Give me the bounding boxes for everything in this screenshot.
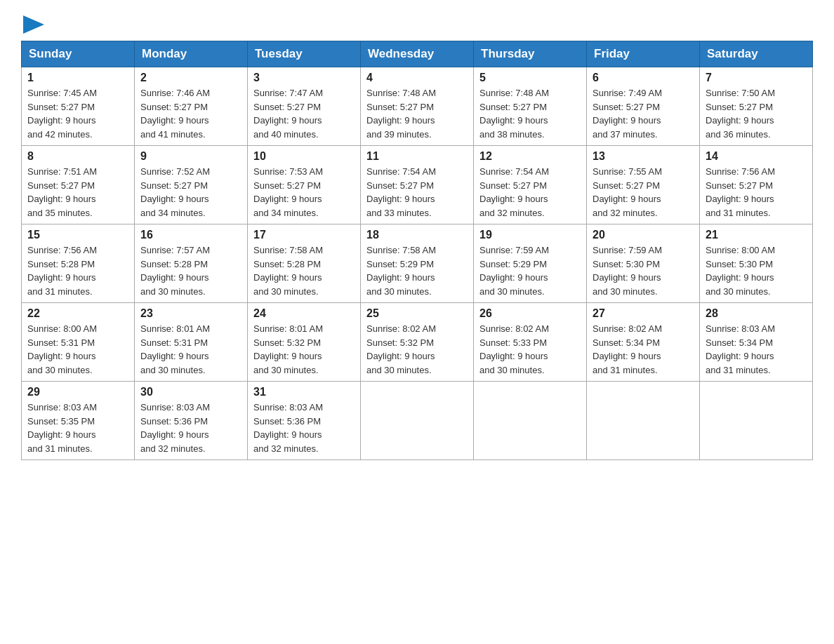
day-info: Sunrise: 8:03 AM Sunset: 5:35 PM Dayligh…	[27, 401, 128, 455]
day-number: 16	[140, 229, 241, 241]
day-info: Sunrise: 7:59 AM Sunset: 5:30 PM Dayligh…	[593, 243, 694, 298]
day-number: 3	[253, 72, 355, 84]
day-number: 28	[706, 307, 807, 320]
calendar-cell: 11 Sunrise: 7:54 AM Sunset: 5:27 PM Dayl…	[361, 146, 474, 224]
calendar-cell: 18 Sunrise: 7:58 AM Sunset: 5:29 PM Dayl…	[361, 224, 474, 303]
calendar-cell: 23 Sunrise: 8:01 AM Sunset: 5:31 PM Dayl…	[135, 303, 248, 382]
day-number: 14	[706, 150, 807, 163]
day-number: 1	[27, 72, 128, 84]
day-info: Sunrise: 8:01 AM Sunset: 5:31 PM Dayligh…	[140, 322, 241, 377]
calendar-cell: 22 Sunrise: 8:00 AM Sunset: 5:31 PM Dayl…	[22, 303, 135, 382]
calendar-cell: 7 Sunrise: 7:50 AM Sunset: 5:27 PM Dayli…	[700, 67, 813, 146]
day-info: Sunrise: 8:03 AM Sunset: 5:36 PM Dayligh…	[253, 401, 355, 455]
day-number: 23	[140, 307, 241, 320]
day-info: Sunrise: 8:00 AM Sunset: 5:30 PM Dayligh…	[706, 243, 807, 298]
calendar-cell	[474, 382, 587, 460]
calendar-cell: 17 Sunrise: 7:58 AM Sunset: 5:28 PM Dayl…	[248, 224, 361, 303]
calendar-week-row: 29 Sunrise: 8:03 AM Sunset: 5:35 PM Dayl…	[22, 382, 813, 460]
calendar-cell	[361, 382, 474, 460]
day-info: Sunrise: 7:56 AM Sunset: 5:27 PM Dayligh…	[706, 165, 807, 220]
day-info: Sunrise: 8:03 AM Sunset: 5:34 PM Dayligh…	[706, 322, 807, 377]
calendar-cell	[587, 382, 700, 460]
calendar-cell: 2 Sunrise: 7:46 AM Sunset: 5:27 PM Dayli…	[135, 67, 248, 146]
day-info: Sunrise: 8:03 AM Sunset: 5:36 PM Dayligh…	[140, 401, 241, 455]
calendar-cell	[700, 382, 813, 460]
calendar-week-row: 22 Sunrise: 8:00 AM Sunset: 5:31 PM Dayl…	[22, 303, 813, 382]
calendar-cell: 12 Sunrise: 7:54 AM Sunset: 5:27 PM Dayl…	[474, 146, 587, 224]
day-number: 17	[253, 229, 355, 241]
day-info: Sunrise: 7:50 AM Sunset: 5:27 PM Dayligh…	[706, 86, 807, 141]
calendar-cell: 9 Sunrise: 7:52 AM Sunset: 5:27 PM Dayli…	[135, 146, 248, 224]
day-number: 4	[366, 72, 468, 84]
day-number: 7	[706, 72, 807, 84]
day-number: 12	[479, 150, 581, 163]
calendar-cell: 28 Sunrise: 8:03 AM Sunset: 5:34 PM Dayl…	[700, 303, 813, 382]
day-info: Sunrise: 7:48 AM Sunset: 5:27 PM Dayligh…	[479, 86, 581, 141]
day-info: Sunrise: 7:57 AM Sunset: 5:28 PM Dayligh…	[140, 243, 241, 298]
calendar-cell: 29 Sunrise: 8:03 AM Sunset: 5:35 PM Dayl…	[22, 382, 135, 460]
day-number: 8	[27, 150, 128, 163]
day-number: 20	[593, 229, 694, 241]
calendar-header-saturday: Saturday	[700, 41, 813, 67]
calendar-header-friday: Friday	[587, 41, 700, 67]
calendar-cell: 20 Sunrise: 7:59 AM Sunset: 5:30 PM Dayl…	[587, 224, 700, 303]
day-info: Sunrise: 7:58 AM Sunset: 5:29 PM Dayligh…	[366, 243, 468, 298]
calendar-cell: 27 Sunrise: 8:02 AM Sunset: 5:34 PM Dayl…	[587, 303, 700, 382]
day-number: 26	[479, 307, 581, 320]
day-info: Sunrise: 7:59 AM Sunset: 5:29 PM Dayligh…	[479, 243, 581, 298]
calendar-cell: 21 Sunrise: 8:00 AM Sunset: 5:30 PM Dayl…	[700, 224, 813, 303]
day-info: Sunrise: 8:01 AM Sunset: 5:32 PM Dayligh…	[253, 322, 355, 377]
day-info: Sunrise: 7:45 AM Sunset: 5:27 PM Dayligh…	[27, 86, 128, 141]
calendar-cell: 13 Sunrise: 7:55 AM Sunset: 5:27 PM Dayl…	[587, 146, 700, 224]
day-number: 2	[140, 72, 241, 84]
day-info: Sunrise: 7:48 AM Sunset: 5:27 PM Dayligh…	[366, 86, 468, 141]
day-number: 22	[27, 307, 128, 320]
calendar-cell: 14 Sunrise: 7:56 AM Sunset: 5:27 PM Dayl…	[700, 146, 813, 224]
calendar-header-tuesday: Tuesday	[248, 41, 361, 67]
day-number: 9	[140, 150, 241, 163]
calendar-cell: 16 Sunrise: 7:57 AM Sunset: 5:28 PM Dayl…	[135, 224, 248, 303]
day-number: 13	[593, 150, 694, 163]
day-number: 19	[479, 229, 581, 241]
day-info: Sunrise: 7:56 AM Sunset: 5:28 PM Dayligh…	[27, 243, 128, 298]
calendar-header-row: SundayMondayTuesdayWednesdayThursdayFrid…	[22, 41, 813, 67]
day-info: Sunrise: 7:58 AM Sunset: 5:28 PM Dayligh…	[253, 243, 355, 298]
day-info: Sunrise: 7:53 AM Sunset: 5:27 PM Dayligh…	[253, 165, 355, 220]
header	[21, 14, 813, 34]
calendar-cell: 4 Sunrise: 7:48 AM Sunset: 5:27 PM Dayli…	[361, 67, 474, 146]
calendar-cell: 31 Sunrise: 8:03 AM Sunset: 5:36 PM Dayl…	[248, 382, 361, 460]
svg-marker-0	[23, 15, 44, 34]
logo-arrow-icon	[23, 15, 44, 34]
day-info: Sunrise: 7:52 AM Sunset: 5:27 PM Dayligh…	[140, 165, 241, 220]
day-info: Sunrise: 7:54 AM Sunset: 5:27 PM Dayligh…	[479, 165, 581, 220]
calendar-week-row: 1 Sunrise: 7:45 AM Sunset: 5:27 PM Dayli…	[22, 67, 813, 146]
day-number: 30	[140, 386, 241, 398]
calendar-cell: 24 Sunrise: 8:01 AM Sunset: 5:32 PM Dayl…	[248, 303, 361, 382]
calendar-week-row: 15 Sunrise: 7:56 AM Sunset: 5:28 PM Dayl…	[22, 224, 813, 303]
calendar-cell: 19 Sunrise: 7:59 AM Sunset: 5:29 PM Dayl…	[474, 224, 587, 303]
calendar-week-row: 8 Sunrise: 7:51 AM Sunset: 5:27 PM Dayli…	[22, 146, 813, 224]
calendar-cell: 3 Sunrise: 7:47 AM Sunset: 5:27 PM Dayli…	[248, 67, 361, 146]
calendar-header-thursday: Thursday	[474, 41, 587, 67]
day-info: Sunrise: 8:02 AM Sunset: 5:34 PM Dayligh…	[593, 322, 694, 377]
calendar-table: SundayMondayTuesdayWednesdayThursdayFrid…	[21, 41, 813, 460]
calendar-header-wednesday: Wednesday	[361, 41, 474, 67]
day-number: 27	[593, 307, 694, 320]
calendar-cell: 10 Sunrise: 7:53 AM Sunset: 5:27 PM Dayl…	[248, 146, 361, 224]
calendar-cell: 26 Sunrise: 8:02 AM Sunset: 5:33 PM Dayl…	[474, 303, 587, 382]
day-number: 31	[253, 386, 355, 398]
day-number: 10	[253, 150, 355, 163]
day-info: Sunrise: 7:49 AM Sunset: 5:27 PM Dayligh…	[593, 86, 694, 141]
day-number: 15	[27, 229, 128, 241]
day-info: Sunrise: 7:47 AM Sunset: 5:27 PM Dayligh…	[253, 86, 355, 141]
calendar-cell: 30 Sunrise: 8:03 AM Sunset: 5:36 PM Dayl…	[135, 382, 248, 460]
calendar-header-monday: Monday	[135, 41, 248, 67]
day-number: 11	[366, 150, 468, 163]
day-number: 5	[479, 72, 581, 84]
calendar-cell: 5 Sunrise: 7:48 AM Sunset: 5:27 PM Dayli…	[474, 67, 587, 146]
day-info: Sunrise: 7:51 AM Sunset: 5:27 PM Dayligh…	[27, 165, 128, 220]
calendar-header-sunday: Sunday	[22, 41, 135, 67]
logo	[21, 14, 44, 34]
day-info: Sunrise: 7:55 AM Sunset: 5:27 PM Dayligh…	[593, 165, 694, 220]
calendar-cell: 25 Sunrise: 8:02 AM Sunset: 5:32 PM Dayl…	[361, 303, 474, 382]
